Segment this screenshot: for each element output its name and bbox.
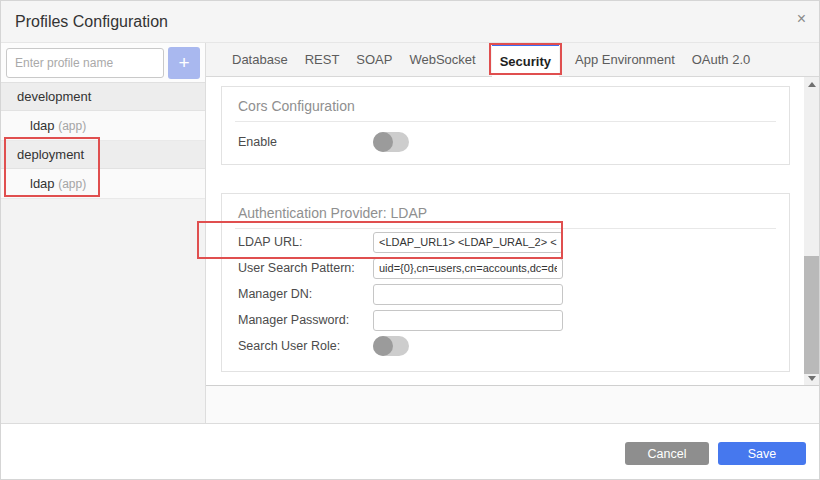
cors-enable-row: Enable [222, 122, 789, 164]
add-profile-button[interactable]: + [168, 47, 200, 79]
tab-rest[interactable]: REST [304, 43, 341, 76]
ldap-provider-card: Authentication Provider: LDAP LDAP URL: … [221, 193, 790, 372]
app-name: ldap [30, 176, 55, 191]
scroll-up-icon[interactable] [804, 78, 819, 90]
sidebar-item-ldap-deployment[interactable]: ldap (app) [1, 169, 205, 199]
cancel-button[interactable]: Cancel [625, 442, 709, 465]
cors-enable-toggle[interactable] [373, 132, 409, 152]
profile-group-deployment: deployment ldap (app) [1, 141, 205, 199]
ldap-url-input[interactable] [373, 232, 563, 253]
scroll-down-icon[interactable] [804, 372, 819, 384]
security-forms: Cors Configuration Enable Authentication… [206, 77, 804, 385]
ldap-url-label: LDAP URL: [238, 235, 373, 249]
search-user-role-label: Search User Role: [238, 339, 373, 353]
sidebar-item-ldap-development[interactable]: ldap (app) [1, 111, 205, 141]
tab-database[interactable]: Database [231, 43, 289, 76]
security-tab-panel: Cors Configuration Enable Authentication… [206, 77, 819, 385]
user-search-pattern-label: User Search Pattern: [238, 261, 373, 275]
toggle-knob [373, 132, 393, 152]
manager-dn-row: Manager DN: [222, 281, 789, 307]
sidebar-item-development[interactable]: development [1, 83, 205, 111]
manager-dn-input[interactable] [373, 284, 563, 305]
tab-oauth[interactable]: OAuth 2.0 [691, 43, 752, 76]
vertical-scrollbar[interactable] [804, 77, 819, 385]
profile-add-row: + [1, 43, 205, 83]
save-button[interactable]: Save [718, 442, 806, 465]
ldap-url-row: LDAP URL: [222, 229, 789, 255]
cors-enable-label: Enable [238, 135, 373, 149]
tab-security-label: Security [500, 54, 551, 69]
manager-dn-label: Manager DN: [238, 287, 373, 301]
user-search-pattern-row: User Search Pattern: [222, 255, 789, 281]
tab-websocket[interactable]: WebSocket [408, 43, 476, 76]
close-icon[interactable]: × [797, 11, 806, 27]
user-search-pattern-input[interactable] [373, 258, 563, 279]
profile-group-development: development ldap (app) [1, 83, 205, 141]
tab-security[interactable]: Security [492, 43, 559, 77]
search-user-role-row: Search User Role: [222, 333, 789, 359]
cors-configuration-card: Cors Configuration Enable [221, 86, 790, 165]
tab-content-area: Database REST SOAP WebSocket Security Ap… [206, 43, 819, 423]
dialog-header: Profiles Configuration × [1, 1, 819, 43]
scrollbar-thumb[interactable] [804, 256, 819, 374]
toggle-knob [373, 336, 393, 356]
ldap-section-title: Authentication Provider: LDAP [222, 194, 789, 228]
profiles-sidebar: + development ldap (app) deployment ldap… [1, 43, 206, 423]
manager-password-label: Manager Password: [238, 313, 373, 327]
sidebar-item-deployment[interactable]: deployment [1, 141, 205, 169]
app-type-suffix: (app) [58, 119, 86, 133]
cors-section-title: Cors Configuration [222, 87, 789, 121]
tab-soap[interactable]: SOAP [355, 43, 393, 76]
app-name: ldap [30, 118, 55, 133]
dialog-footer: Cancel Save [1, 424, 819, 480]
dialog-title: Profiles Configuration [1, 13, 168, 31]
tab-panel-footer-strip [206, 385, 819, 423]
profiles-configuration-dialog: Profiles Configuration × + development l… [0, 0, 820, 480]
search-user-role-toggle[interactable] [373, 336, 409, 356]
manager-password-row: Manager Password: [222, 307, 789, 333]
dialog-body: + development ldap (app) deployment ldap… [1, 43, 819, 424]
tab-app-environment[interactable]: App Environment [574, 43, 676, 76]
profile-name-input[interactable] [6, 48, 164, 78]
manager-password-input[interactable] [373, 310, 563, 331]
app-type-suffix: (app) [58, 177, 86, 191]
tab-bar: Database REST SOAP WebSocket Security Ap… [206, 43, 819, 77]
